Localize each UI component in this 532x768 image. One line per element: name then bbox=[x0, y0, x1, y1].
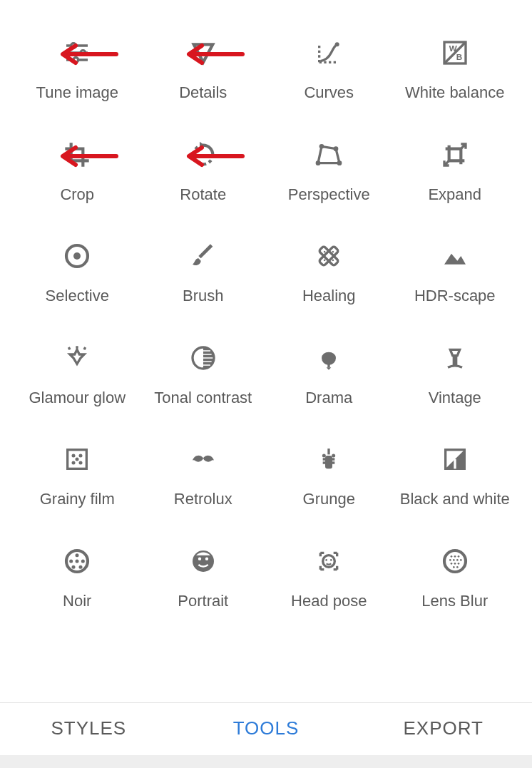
tool-white-balance[interactable]: White balance bbox=[392, 36, 518, 103]
selective-icon bbox=[60, 239, 94, 273]
brush-icon bbox=[186, 239, 220, 273]
black-and-white-icon bbox=[438, 442, 472, 476]
tool-label: Expand bbox=[428, 185, 481, 205]
tool-label: Crop bbox=[60, 185, 94, 205]
tool-retrolux[interactable]: Retrolux bbox=[140, 442, 267, 510]
curves-icon bbox=[312, 36, 346, 70]
tool-tonal-contrast[interactable]: Tonal contrast bbox=[140, 341, 267, 409]
tool-label: HDR-scape bbox=[414, 286, 496, 307]
tool-label: Curves bbox=[304, 83, 354, 103]
crop-icon bbox=[60, 138, 94, 172]
tool-curves[interactable]: Curves bbox=[266, 36, 392, 103]
tool-label: Black and white bbox=[400, 489, 510, 510]
tool-label: Perspective bbox=[288, 185, 370, 205]
head-pose-icon bbox=[312, 544, 346, 578]
tool-perspective[interactable]: Perspective bbox=[266, 138, 392, 205]
tool-grunge[interactable]: Grunge bbox=[266, 442, 392, 510]
tool-vintage[interactable]: Vintage bbox=[392, 341, 518, 409]
tool-grainy-film[interactable]: Grainy film bbox=[14, 442, 140, 510]
portrait-icon bbox=[186, 544, 220, 578]
drama-icon bbox=[312, 341, 346, 375]
tune-image-icon bbox=[60, 36, 94, 70]
tab-styles[interactable]: STYLES bbox=[0, 703, 178, 754]
tool-label: Drama bbox=[305, 388, 352, 409]
grunge-icon bbox=[312, 442, 346, 476]
white-balance-icon bbox=[438, 36, 472, 70]
details-icon bbox=[186, 36, 220, 70]
tool-label: Retrolux bbox=[174, 489, 232, 510]
tool-rotate[interactable]: Rotate bbox=[140, 138, 267, 205]
tool-lens-blur[interactable]: Lens Blur bbox=[392, 544, 518, 612]
tool-label: Tonal contrast bbox=[154, 388, 252, 409]
tab-export[interactable]: EXPORT bbox=[354, 703, 532, 754]
tab-tools[interactable]: TOOLS bbox=[178, 703, 355, 754]
tonal-contrast-icon bbox=[186, 341, 220, 375]
tool-label: Lens Blur bbox=[421, 591, 488, 612]
tool-selective[interactable]: Selective bbox=[14, 239, 140, 307]
tool-label: White balance bbox=[405, 83, 504, 103]
rotate-icon bbox=[186, 138, 220, 172]
healing-icon bbox=[312, 239, 346, 273]
tool-expand[interactable]: Expand bbox=[392, 138, 518, 205]
tool-healing[interactable]: Healing bbox=[266, 239, 392, 307]
tool-label: Rotate bbox=[180, 185, 226, 205]
tool-glamour-glow[interactable]: Glamour glow bbox=[14, 341, 140, 409]
tool-label: Brush bbox=[183, 286, 223, 307]
tool-label: Healing bbox=[302, 286, 356, 307]
tool-details[interactable]: Details bbox=[140, 36, 267, 103]
tool-portrait[interactable]: Portrait bbox=[140, 544, 267, 612]
tool-crop[interactable]: Crop bbox=[14, 138, 140, 205]
tools-grid: Tune imageDetailsCurvesWhite balanceCrop… bbox=[0, 0, 532, 612]
perspective-icon bbox=[312, 138, 346, 172]
hdr-scape-icon bbox=[438, 239, 472, 273]
tool-noir[interactable]: Noir bbox=[14, 544, 140, 612]
tool-label: Grainy film bbox=[40, 489, 115, 510]
footer-bar bbox=[0, 755, 532, 768]
tool-label: Grunge bbox=[303, 489, 355, 510]
tool-label: Noir bbox=[63, 591, 91, 612]
tool-brush[interactable]: Brush bbox=[140, 239, 267, 307]
glamour-glow-icon bbox=[60, 341, 94, 375]
tool-hdr-scape[interactable]: HDR-scape bbox=[392, 239, 518, 307]
tool-head-pose[interactable]: Head pose bbox=[266, 544, 392, 612]
tool-label: Portrait bbox=[178, 591, 228, 612]
bottom-tabs: STYLES TOOLS EXPORT bbox=[0, 702, 532, 754]
expand-icon bbox=[438, 138, 472, 172]
vintage-icon bbox=[438, 341, 472, 375]
retrolux-icon bbox=[186, 442, 220, 476]
grainy-film-icon bbox=[60, 442, 94, 476]
tool-label: Head pose bbox=[291, 591, 367, 612]
tool-black-and-white[interactable]: Black and white bbox=[392, 442, 518, 510]
tool-label: Details bbox=[179, 83, 227, 103]
lens-blur-icon bbox=[438, 544, 472, 578]
tool-label: Vintage bbox=[429, 388, 481, 409]
noir-icon bbox=[60, 544, 94, 578]
tool-label: Selective bbox=[46, 286, 109, 307]
tool-drama[interactable]: Drama bbox=[266, 341, 392, 409]
tool-label: Tune image bbox=[36, 83, 118, 103]
tool-tune-image[interactable]: Tune image bbox=[14, 36, 140, 103]
tool-label: Glamour glow bbox=[29, 388, 126, 409]
